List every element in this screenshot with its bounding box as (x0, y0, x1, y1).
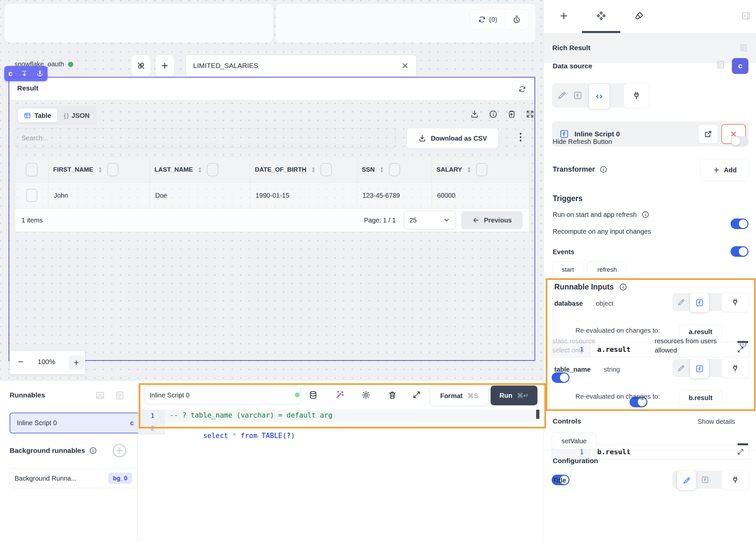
add-button[interactable] (155, 55, 174, 77)
function-mode-icon[interactable] (701, 476, 709, 484)
run-on-start-toggle[interactable] (731, 219, 748, 229)
column-filter-box[interactable] (321, 163, 332, 176)
refresh-runs-button[interactable]: (0) (470, 10, 505, 29)
zoom-out-button[interactable]: − (18, 356, 23, 367)
components-tab-icon[interactable] (596, 11, 606, 21)
table-cell[interactable]: 1990-01-15 (250, 183, 357, 209)
result-component[interactable]: Result Table { } JSON (9, 77, 535, 361)
add-background-runnable-button[interactable] (112, 443, 127, 458)
previous-page-button[interactable]: Previous (461, 211, 523, 229)
column-filter-box[interactable] (476, 163, 487, 176)
format-button[interactable]: Format ⌘S (430, 386, 489, 406)
component-toolbar-pill[interactable]: c (4, 66, 48, 81)
info-icon[interactable] (89, 447, 97, 455)
trash-icon[interactable] (388, 390, 397, 399)
download-csv-button[interactable]: Download as CSV (407, 128, 498, 149)
docs-icon[interactable] (115, 390, 125, 400)
runnable-item-inline-script-0[interactable]: Inline Script 0 c (10, 413, 141, 433)
field-scrollbar[interactable] (738, 443, 748, 445)
control-pill-setvalue[interactable]: setValue (552, 432, 597, 450)
column-header[interactable]: FIRST_NAME (49, 157, 150, 183)
sort-icon[interactable] (379, 166, 385, 174)
app-canvas[interactable]: (0) snowflake_oauth c LIMITED_SALARIES (0, 0, 543, 380)
editor-scrollbar[interactable] (536, 410, 539, 419)
info-icon[interactable] (600, 165, 607, 173)
table-name-input[interactable]: LIMITED_SALARIES (186, 55, 417, 77)
settings-gear-icon[interactable] (361, 390, 370, 399)
pencil-mode-icon[interactable] (677, 364, 685, 372)
zoom-in-button[interactable]: + (69, 355, 84, 370)
select-all-checkbox[interactable] (26, 163, 38, 177)
ai-wand-icon[interactable] (335, 390, 344, 399)
clear-icon[interactable] (401, 62, 409, 70)
open-source-button[interactable] (698, 124, 718, 144)
pencil-mode-button-active[interactable] (677, 471, 696, 490)
event-pill-start[interactable]: start (552, 261, 583, 278)
hide-refresh-toggle[interactable] (731, 136, 748, 147)
expand-field-icon[interactable] (737, 448, 744, 456)
pencil-mode-icon[interactable] (557, 91, 567, 100)
reeval-target-chip[interactable]: b.result (679, 390, 722, 405)
result-refresh-button[interactable] (512, 81, 532, 97)
database-icon[interactable] (309, 390, 318, 399)
database-connect-button[interactable] (721, 292, 749, 312)
expand-editor-icon[interactable] (412, 390, 421, 399)
code-line-1[interactable]: -- ? table_name (varchar) = default arg (170, 411, 332, 419)
info-icon[interactable] (739, 340, 747, 348)
page-size-select[interactable]: 25 (404, 211, 456, 229)
paste-icon[interactable] (507, 110, 516, 119)
move-to-icon[interactable] (21, 70, 28, 77)
column-header[interactable]: DATE_OF_BIRTH (250, 157, 357, 183)
sort-icon[interactable] (197, 166, 203, 174)
column-header[interactable]: LAST_NAME (150, 157, 250, 183)
sort-icon[interactable] (466, 166, 472, 174)
recompute-toggle[interactable] (731, 246, 748, 257)
info-icon[interactable] (619, 283, 627, 291)
column-filter-box[interactable] (207, 163, 218, 176)
background-runnable-item[interactable]: Background Runna... bg_0 (10, 468, 137, 488)
doc-icon[interactable] (716, 60, 725, 69)
table-name-connect-button[interactable] (721, 358, 749, 378)
add-component-tab-icon[interactable] (559, 11, 569, 21)
function-mode-button-active[interactable] (690, 293, 709, 312)
connect-mode-button[interactable] (624, 83, 649, 108)
title-connect-button[interactable] (721, 470, 749, 490)
function-mode-icon[interactable] (573, 91, 582, 100)
fullscreen-icon[interactable] (526, 110, 534, 118)
table-cell[interactable]: 60000 (432, 183, 529, 209)
table-menu-kebab[interactable]: ⋮ (516, 131, 526, 143)
row-checkbox[interactable] (26, 189, 37, 202)
event-pill-refresh[interactable]: refresh (587, 261, 627, 278)
tab-json[interactable]: { } JSON (58, 109, 96, 122)
show-details-link[interactable]: Show details (698, 418, 735, 425)
table-cell[interactable]: 123-45-6789 (357, 183, 432, 209)
collapse-panel-icon[interactable] (95, 390, 105, 400)
tab-table[interactable]: Table (18, 109, 57, 122)
theme-tab-icon[interactable] (634, 11, 644, 21)
run-history-button[interactable] (505, 10, 528, 29)
column-header[interactable]: SSN (357, 157, 432, 183)
collapse-sidebar-icon[interactable] (741, 11, 751, 21)
script-name-input[interactable]: Inline Script 0 (144, 386, 301, 404)
sort-icon[interactable] (310, 166, 317, 174)
run-button[interactable]: Run ⌘↵ (491, 386, 537, 405)
sort-icon[interactable] (97, 166, 103, 174)
code-line-2[interactable]: select * from TABLE(?) (170, 424, 295, 448)
column-header[interactable]: SALARY (432, 157, 529, 183)
info-icon[interactable] (641, 211, 649, 219)
download-icon[interactable] (470, 110, 479, 119)
function-mode-button-active[interactable] (690, 359, 709, 378)
code-mode-button-active[interactable] (589, 84, 609, 109)
doc-icon[interactable] (739, 44, 748, 52)
info-icon[interactable] (489, 110, 498, 119)
column-filter-box[interactable] (107, 163, 119, 176)
table-search-input[interactable] (15, 128, 395, 148)
table-cell[interactable]: John (49, 183, 150, 209)
database-reeval-toggle[interactable] (552, 372, 569, 383)
header-component-left[interactable] (5, 4, 273, 42)
column-filter-box[interactable] (389, 163, 400, 176)
add-transformer-button[interactable]: Add (700, 159, 749, 181)
table-cell[interactable]: Doe (150, 183, 250, 209)
pencil-mode-icon[interactable] (677, 298, 685, 306)
anchor-icon[interactable] (36, 70, 44, 77)
